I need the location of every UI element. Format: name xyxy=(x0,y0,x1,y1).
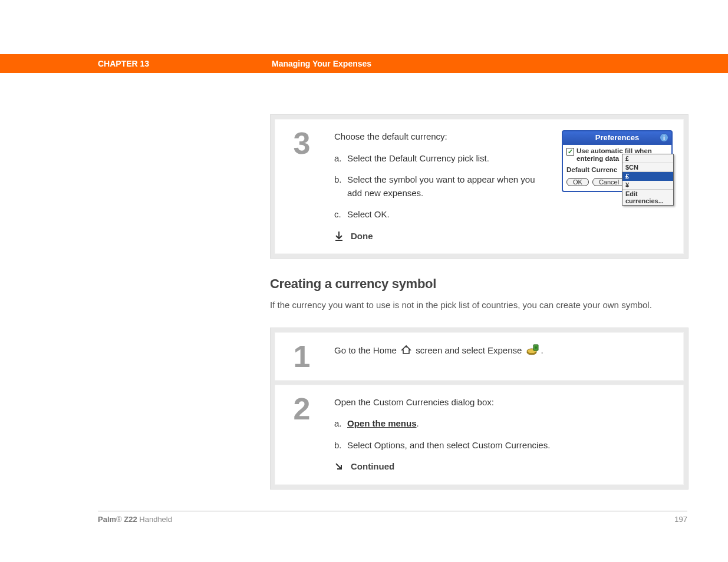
step-2-number: 2 xyxy=(275,385,328,484)
ok-button[interactable]: OK xyxy=(566,178,589,186)
section-heading: Creating a currency symbol xyxy=(270,276,689,292)
checkbox-checked-icon[interactable]: ✓ xyxy=(566,148,574,156)
step-2-intro: Open the Custom Currencies dialog box: xyxy=(334,396,673,409)
step-3a: a. Select the Default Currency pick list… xyxy=(334,152,545,166)
expense-icon xyxy=(526,343,539,359)
done-indicator: Done xyxy=(334,230,545,243)
page-footer: Palm® Z22 Handheld 197 xyxy=(98,511,687,524)
svg-point-3 xyxy=(406,346,407,348)
info-icon[interactable]: i xyxy=(660,133,668,142)
footer-brand: Palm® Z22 Handheld xyxy=(98,515,172,524)
step-3-box: 3 Choose the default currency: a. Select… xyxy=(270,114,689,259)
step-1-text: Go to the Home screen and select Expense xyxy=(334,343,673,359)
open-the-menus-link[interactable]: Open the menus xyxy=(347,418,417,428)
section-paragraph: If the currency you want to use is not i… xyxy=(270,299,689,312)
page-number: 197 xyxy=(674,515,687,524)
preferences-titlebar: Preferences i xyxy=(562,130,673,145)
step-3-intro: Choose the default currency: xyxy=(334,130,545,144)
step-2a: a. Open the menus. xyxy=(334,417,673,431)
picklist-item-cad[interactable]: $CN xyxy=(622,163,673,172)
home-icon xyxy=(401,345,411,359)
done-arrow-icon xyxy=(334,231,344,242)
steps-1-2-box: 1 Go to the Home screen and select Expen… xyxy=(270,328,689,490)
chapter-number: CHAPTER 13 xyxy=(98,59,272,68)
step-2b: b. Select Options, and then select Custo… xyxy=(334,439,673,452)
chapter-title: Managing Your Expenses xyxy=(272,59,371,68)
continued-indicator: Continued xyxy=(334,460,673,474)
picklist-item-jpy[interactable]: ¥ xyxy=(622,181,673,190)
picklist-item-edit[interactable]: Edit currencies... xyxy=(622,190,673,205)
cancel-button[interactable]: Cancel xyxy=(592,178,625,186)
currency-picklist[interactable]: £ $CN £ ¥ Edit currencies... xyxy=(622,154,674,206)
step-3-number: 3 xyxy=(275,120,328,253)
picklist-item-gbp[interactable]: £ xyxy=(622,154,673,163)
step-1-number: 1 xyxy=(275,333,328,380)
continued-arrow-icon xyxy=(334,462,344,471)
svg-point-7 xyxy=(535,346,537,349)
step-3c: c. Select OK. xyxy=(334,208,545,222)
default-currency-label: Default Currenc xyxy=(566,166,617,173)
step-3b: b. Select the symbol you want to appear … xyxy=(334,173,545,200)
picklist-item-gbp2[interactable]: £ xyxy=(622,172,673,181)
chapter-header: CHAPTER 13 Managing Your Expenses xyxy=(0,54,728,73)
svg-line-8 xyxy=(336,464,341,469)
preferences-dialog: Preferences i ✓ Use automatic fill when … xyxy=(562,130,673,243)
